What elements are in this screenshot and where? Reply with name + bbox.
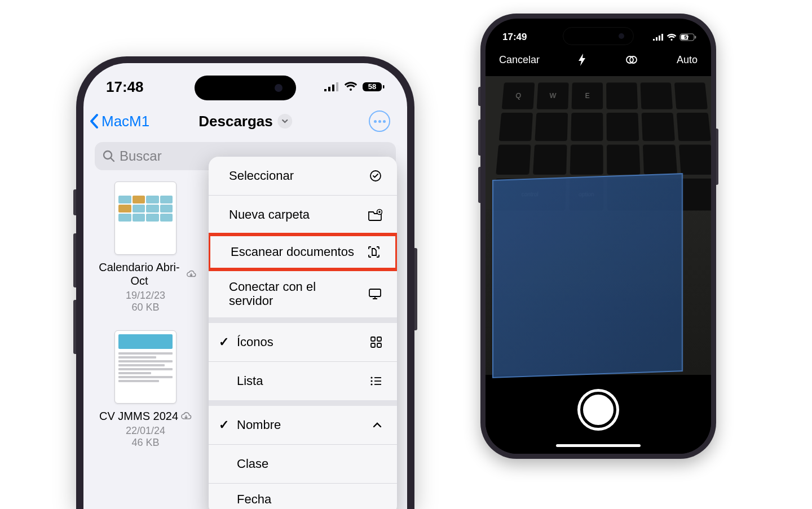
svg-rect-1 [383, 85, 385, 88]
file-size: 60 KB [95, 302, 196, 313]
file-date: 22/01/24 [95, 425, 196, 437]
menu-connect-server[interactable]: Conectar con el servidor [209, 270, 397, 317]
phone-volume-down [73, 300, 76, 354]
filter-button[interactable] [625, 54, 638, 66]
more-button[interactable] [369, 110, 390, 132]
checkmark-icon: ✓ [219, 418, 231, 432]
svg-point-11 [370, 380, 372, 382]
file-item[interactable]: CV JMMS 2024 22/01/24 46 KB [95, 330, 196, 449]
menu-new-folder[interactable]: Nueva carpeta [209, 196, 397, 234]
file-size: 46 KB [95, 437, 196, 449]
home-indicator[interactable] [556, 444, 641, 447]
file-thumbnail [114, 330, 176, 404]
context-menu: Seleccionar Nueva carpeta Escanear docum… [209, 157, 397, 509]
cancel-button[interactable]: Cancelar [499, 54, 540, 66]
wifi-icon [667, 34, 677, 41]
chevron-down-icon [277, 114, 292, 129]
battery-icon: 57 [679, 33, 696, 41]
chevron-left-icon [89, 113, 99, 129]
checkmark-circle-icon [369, 169, 382, 183]
page-title[interactable]: Descargas [198, 113, 292, 130]
cloud-icon [180, 411, 192, 421]
menu-label: Seleccionar [229, 169, 294, 183]
cellular-icon [652, 34, 664, 41]
menu-view-icons[interactable]: ✓ Íconos [209, 323, 397, 361]
files-grid: Calendario Abri-Oct 19/12/23 60 KB CV JM… [83, 170, 196, 449]
menu-label: Íconos [237, 335, 273, 349]
menu-label: Conectar con el servidor [229, 280, 342, 308]
dynamic-island [195, 76, 296, 100]
cloud-icon [186, 269, 196, 278]
status-time: 17:48 [106, 78, 144, 96]
menu-label: Clase [237, 457, 268, 471]
svg-rect-6 [371, 337, 375, 341]
search-placeholder: Buscar [120, 148, 162, 164]
list-icon [370, 376, 382, 386]
menu-label: Nueva carpeta [229, 207, 310, 222]
phone-left-button [73, 189, 76, 215]
display-icon [368, 287, 382, 300]
svg-point-12 [370, 383, 372, 385]
svg-rect-7 [377, 337, 381, 341]
menu-label: Fecha [237, 492, 271, 507]
menu-label: Lista [237, 374, 263, 388]
menu-label: Escanear documentos [231, 245, 354, 259]
folder-plus-icon [368, 209, 382, 221]
nav-bar: MacM1 Descargas [83, 103, 407, 136]
phone-power-button [414, 248, 417, 330]
grid-icon [370, 336, 382, 348]
menu-sort-class[interactable]: Clase [209, 445, 397, 483]
shutter-button[interactable] [580, 392, 616, 428]
file-date: 19/12/23 [95, 290, 196, 302]
menu-scan-documents[interactable]: Escanear documentos [209, 233, 397, 271]
svg-rect-9 [377, 343, 381, 347]
battery-level: 58 [362, 81, 382, 92]
back-button[interactable]: MacM1 [89, 113, 149, 130]
scan-document-icon [367, 245, 381, 259]
menu-sort-date[interactable]: Fecha [209, 484, 397, 509]
file-name: CV JMMS 2024 [99, 409, 178, 423]
phone-volume-up [478, 119, 480, 156]
auto-button[interactable]: Auto [677, 54, 698, 66]
menu-select[interactable]: Seleccionar [209, 157, 397, 195]
phone-files-app: 17:48 58 MacM1 Descargas [76, 56, 414, 509]
flash-button[interactable] [579, 54, 586, 66]
menu-view-list[interactable]: Lista [209, 362, 397, 400]
svg-rect-15 [695, 36, 696, 39]
cellular-icon [324, 82, 339, 92]
phone-volume-up [73, 233, 76, 287]
page-title-text: Descargas [198, 113, 273, 130]
menu-label: Nombre [237, 418, 281, 432]
phone-power-button [716, 129, 718, 185]
phone-volume-down [478, 167, 480, 203]
search-icon [103, 150, 115, 162]
svg-point-2 [104, 151, 112, 159]
wifi-icon [344, 82, 358, 92]
battery-level: 57 [679, 33, 695, 41]
ellipsis-icon [374, 120, 377, 123]
svg-rect-5 [369, 289, 381, 296]
svg-rect-8 [371, 343, 375, 347]
file-thumbnail [114, 182, 176, 255]
checkmark-icon: ✓ [219, 335, 231, 349]
scanner-toolbar: Cancelar Auto [486, 48, 711, 76]
phone-scanner-app: 17:49 57 Cancelar Auto QWE controloption [480, 14, 716, 459]
camera-viewfinder: QWE controloption [486, 76, 711, 375]
status-time: 17:49 [502, 32, 527, 43]
phone-left-button [478, 87, 480, 106]
menu-sort-name[interactable]: ✓ Nombre [209, 406, 397, 444]
file-name: Calendario Abri-Oct [95, 260, 184, 287]
dynamic-island [563, 27, 634, 45]
chevron-up-icon [372, 422, 382, 428]
svg-point-10 [370, 377, 372, 378]
document-detection-overlay [492, 173, 683, 378]
battery-icon: 58 [362, 81, 385, 92]
file-item[interactable]: Calendario Abri-Oct 19/12/23 60 KB [95, 182, 196, 313]
back-label: MacM1 [102, 113, 149, 130]
